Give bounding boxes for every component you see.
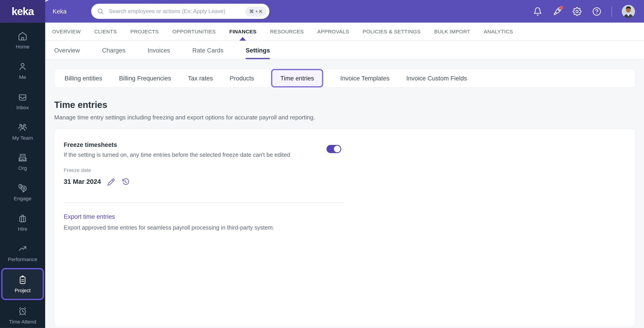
search-input[interactable]: [108, 8, 245, 15]
main-nav-tab-opportunities[interactable]: OPPORTUNITIES: [172, 22, 216, 40]
settings-tabs-bar: Billing entities Billing Frequencies Tax…: [54, 68, 636, 88]
sidebar-item-label: Project: [15, 288, 31, 293]
user-avatar[interactable]: [622, 5, 635, 18]
time-entries-settings-card: Freeze timesheets If the setting is turn…: [54, 128, 636, 327]
sub-nav-tab-settings[interactable]: Settings: [246, 41, 270, 59]
settings-tab-invoice-custom-fields[interactable]: Invoice Custom Fields: [406, 75, 467, 82]
settings-gear-icon[interactable]: [572, 6, 582, 16]
sub-nav-tab-invoices[interactable]: Invoices: [148, 41, 170, 59]
sidebar-item-label: Time Attend: [9, 319, 36, 325]
keka-logo-text: keka: [12, 6, 34, 16]
sidebar-item-hire[interactable]: Hire: [0, 207, 45, 238]
settings-tab-billing-entities[interactable]: Billing entities: [64, 75, 102, 82]
main-nav-tab-projects[interactable]: PROJECTS: [130, 22, 159, 40]
freeze-date-label: Freeze date: [64, 167, 626, 173]
settings-tab-products[interactable]: Products: [230, 75, 254, 82]
sub-nav-tab-rate-cards[interactable]: Rate Cards: [192, 41, 224, 59]
project-icon: [18, 275, 28, 285]
main-nav-tab-policies-settings[interactable]: POLICIES & SETTINGS: [363, 22, 420, 40]
settings-tab-invoice-templates[interactable]: Invoice Templates: [340, 75, 390, 82]
sidebar-item-performance[interactable]: Performance: [0, 238, 45, 268]
search-shortcut-badge: ⌘ + K: [245, 6, 266, 16]
notifications-bell-icon[interactable]: [533, 6, 542, 16]
sidebar-item-my-team[interactable]: My Team: [0, 116, 45, 147]
settings-tab-tax-rates[interactable]: Tax rates: [188, 75, 213, 82]
sidebar: Home Me Inbox My Team Org Engage Hire P: [0, 22, 45, 328]
app-title: Keka: [52, 0, 66, 22]
sub-nav-tab-charges[interactable]: Charges: [102, 41, 125, 59]
home-icon: [18, 31, 28, 41]
content-area: Billing entities Billing Frequencies Tax…: [45, 59, 644, 328]
card-divider: [64, 202, 344, 203]
search-icon: [97, 8, 104, 15]
export-time-entries-link[interactable]: Export time entries: [64, 213, 115, 221]
freeze-timesheets-toggle[interactable]: [326, 145, 342, 153]
freeze-date-history-button[interactable]: [122, 178, 130, 186]
inbox-icon: [18, 92, 28, 102]
sidebar-item-label: Me: [19, 74, 26, 80]
main-nav-tab-analytics[interactable]: ANALYTICS: [484, 22, 513, 40]
topbar-actions: [533, 0, 635, 22]
main-nav-tab-finances[interactable]: FINANCES: [229, 22, 256, 40]
my-team-icon: [18, 122, 28, 132]
main-nav-tab-approvals[interactable]: APPROVALS: [318, 22, 349, 40]
sidebar-item-label: My Team: [12, 135, 33, 141]
sidebar-item-label: Org: [18, 165, 27, 171]
freeze-timesheets-description: If the setting is turned on, any time en…: [64, 151, 626, 159]
hire-icon: [18, 213, 28, 223]
sidebar-item-me[interactable]: Me: [0, 55, 45, 86]
engage-icon: [18, 183, 28, 193]
notification-dot: [560, 6, 563, 9]
sidebar-item-label: Engage: [14, 196, 32, 201]
page-title: Time entries: [54, 100, 636, 110]
me-icon: [18, 61, 28, 71]
whats-new-rocket-icon[interactable]: [552, 6, 562, 16]
org-icon: [18, 153, 28, 162]
history-icon: [122, 178, 130, 186]
main-nav-tab-bulk-import[interactable]: BULK IMPORT: [434, 22, 470, 40]
sub-nav-tab-overview[interactable]: Overview: [54, 41, 80, 59]
sidebar-item-time-attend[interactable]: Time Attend: [0, 300, 45, 328]
sidebar-item-label: Hire: [18, 226, 27, 232]
main-nav-tab-clients[interactable]: CLIENTS: [94, 22, 117, 40]
topbar-divider: [612, 6, 612, 16]
sidebar-item-label: Home: [16, 44, 30, 49]
global-search[interactable]: ⌘ + K: [91, 3, 269, 19]
help-icon[interactable]: [592, 6, 602, 16]
main-nav-tab-overview[interactable]: OVERVIEW: [52, 22, 81, 40]
sidebar-item-project[interactable]: Project: [1, 268, 44, 300]
settings-tab-billing-frequencies[interactable]: Billing Frequencies: [119, 75, 171, 82]
pencil-icon: [107, 178, 115, 186]
performance-icon: [18, 244, 28, 254]
secondary-nav: Overview Charges Invoices Rate Cards Set…: [45, 41, 644, 59]
edit-freeze-date-button[interactable]: [107, 178, 115, 186]
topbar: keka Keka ⌘ + K: [0, 0, 644, 22]
sidebar-item-inbox[interactable]: Inbox: [0, 86, 45, 116]
sidebar-item-engage[interactable]: Engage: [0, 177, 45, 207]
settings-tab-time-entries[interactable]: Time entries: [271, 69, 324, 87]
page-subtitle: Manage time entry settings including fre…: [54, 114, 636, 121]
logo-spark-icon: [44, 0, 51, 2]
sidebar-item-home[interactable]: Home: [0, 25, 45, 55]
freeze-timesheets-title: Freeze timesheets: [64, 141, 626, 149]
sidebar-item-org[interactable]: Org: [0, 146, 45, 177]
toggle-knob: [334, 146, 340, 152]
primary-nav: OVERVIEW CLIENTS PROJECTS OPPORTUNITIES …: [45, 22, 644, 40]
keka-app: keka Keka ⌘ + K: [0, 0, 644, 328]
page-header: Time entries Manage time entry settings …: [54, 100, 636, 121]
freeze-date-row: 31 Mar 2024: [64, 177, 626, 186]
sidebar-item-label: Performance: [8, 256, 37, 262]
export-description: Export approved time entries for seamles…: [64, 224, 626, 231]
sidebar-item-label: Inbox: [16, 104, 29, 110]
time-attend-icon: [18, 306, 28, 316]
freeze-date-value: 31 Mar 2024: [64, 178, 101, 186]
keka-logo[interactable]: keka: [0, 0, 45, 22]
main-nav-tab-resources[interactable]: RESOURCES: [270, 22, 304, 40]
